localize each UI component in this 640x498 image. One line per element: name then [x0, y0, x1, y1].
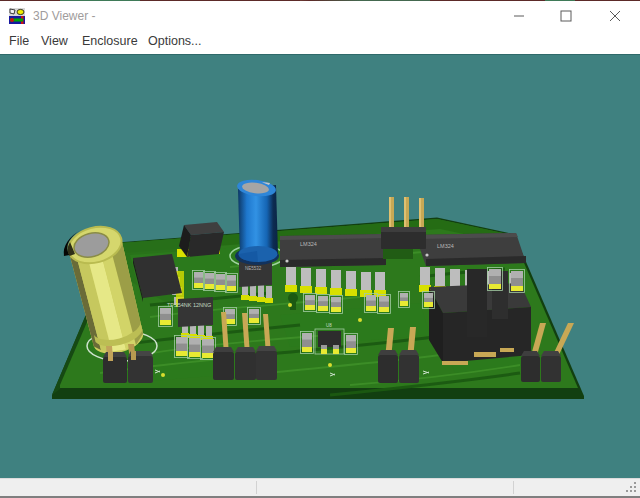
svg-text:U8: U8	[326, 323, 332, 328]
svg-text:LM324: LM324	[437, 243, 454, 249]
svg-text:LM324: LM324	[300, 241, 317, 247]
svg-text:NE5532: NE5532	[245, 266, 262, 271]
svg-text:TPS54NK 12NNG: TPS54NK 12NNG	[167, 302, 211, 308]
